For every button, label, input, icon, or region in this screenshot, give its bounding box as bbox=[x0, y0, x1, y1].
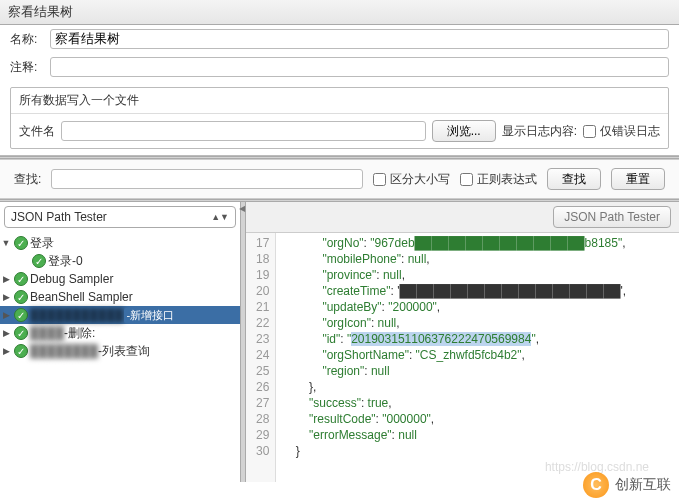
show-log-label: 显示日志内容: bbox=[502, 123, 577, 140]
filename-label: 文件名 bbox=[19, 123, 55, 140]
tree-label: ████████ bbox=[30, 344, 98, 358]
tree-label: 登录-0 bbox=[48, 253, 83, 270]
only-error-checkbox[interactable]: 仅错误日志 bbox=[583, 123, 660, 140]
comment-label: 注释: bbox=[10, 59, 44, 76]
tree-row[interactable]: ▶✓███████████-新增接口 bbox=[0, 306, 240, 324]
search-input[interactable] bbox=[51, 169, 363, 189]
code-editor[interactable]: 1718192021222324252627282930 "orgNo": "9… bbox=[246, 232, 679, 482]
expander-icon[interactable]: ▶ bbox=[0, 310, 12, 320]
success-icon: ✓ bbox=[32, 254, 46, 268]
success-icon: ✓ bbox=[14, 290, 28, 304]
regex-checkbox[interactable]: 正则表达式 bbox=[460, 171, 537, 188]
success-icon: ✓ bbox=[14, 344, 28, 358]
results-tree[interactable]: ▼✓登录✓登录-0▶✓Debug Sampler▶✓BeanShell Samp… bbox=[0, 232, 240, 482]
tree-label-suffix: -删除: bbox=[64, 325, 95, 342]
search-label: 查找: bbox=[14, 171, 41, 188]
name-input[interactable] bbox=[50, 29, 669, 49]
expander-icon[interactable]: ▶ bbox=[0, 328, 12, 338]
tree-label: ███████████ bbox=[30, 308, 124, 322]
success-icon: ✓ bbox=[14, 326, 28, 340]
tree-row[interactable]: ▼✓登录 bbox=[0, 234, 240, 252]
case-sensitive-checkbox[interactable]: 区分大小写 bbox=[373, 171, 450, 188]
vertical-divider[interactable] bbox=[240, 202, 246, 482]
success-icon: ✓ bbox=[14, 272, 28, 286]
comment-input[interactable] bbox=[50, 57, 669, 77]
name-label: 名称: bbox=[10, 31, 44, 48]
tree-label: 登录 bbox=[30, 235, 54, 252]
success-icon: ✓ bbox=[14, 308, 28, 322]
file-output-section: 所有数据写入一个文件 文件名 浏览... 显示日志内容: 仅错误日志 bbox=[10, 87, 669, 149]
tree-row[interactable]: ✓登录-0 bbox=[0, 252, 240, 270]
tree-label-suffix: -新增接口 bbox=[124, 308, 178, 323]
filename-input[interactable] bbox=[61, 121, 426, 141]
expander-icon[interactable]: ▶ bbox=[0, 274, 12, 284]
expander-icon[interactable]: ▶ bbox=[0, 346, 12, 356]
expander-icon[interactable]: ▼ bbox=[0, 238, 12, 248]
tree-label: BeanShell Sampler bbox=[30, 290, 133, 304]
json-path-tester-button[interactable]: JSON Path Tester bbox=[553, 206, 671, 228]
tree-label: ████ bbox=[30, 326, 64, 340]
chevron-updown-icon: ▲▼ bbox=[211, 212, 229, 222]
tree-label-suffix: -列表查询 bbox=[98, 343, 150, 360]
tree-row[interactable]: ▶✓BeanShell Sampler bbox=[0, 288, 240, 306]
brand-watermark: C 创新互联 bbox=[583, 472, 671, 498]
renderer-select[interactable]: JSON Path Tester ▲▼ bbox=[4, 206, 236, 228]
panel-title: 察看结果树 bbox=[0, 0, 679, 25]
tree-row[interactable]: ▶✓████████-列表查询 bbox=[0, 342, 240, 360]
line-gutter: 1718192021222324252627282930 bbox=[246, 233, 276, 482]
expander-icon[interactable]: ▶ bbox=[0, 292, 12, 302]
code-content[interactable]: "orgNo": "967deb████████████████████b818… bbox=[276, 233, 632, 482]
brand-icon: C bbox=[583, 472, 609, 498]
tree-label: Debug Sampler bbox=[30, 272, 113, 286]
browse-button[interactable]: 浏览... bbox=[432, 120, 496, 142]
tree-row[interactable]: ▶✓████-删除: bbox=[0, 324, 240, 342]
search-button[interactable]: 查找 bbox=[547, 168, 601, 190]
tree-row[interactable]: ▶✓Debug Sampler bbox=[0, 270, 240, 288]
file-section-title: 所有数据写入一个文件 bbox=[11, 88, 668, 114]
success-icon: ✓ bbox=[14, 236, 28, 250]
reset-button[interactable]: 重置 bbox=[611, 168, 665, 190]
